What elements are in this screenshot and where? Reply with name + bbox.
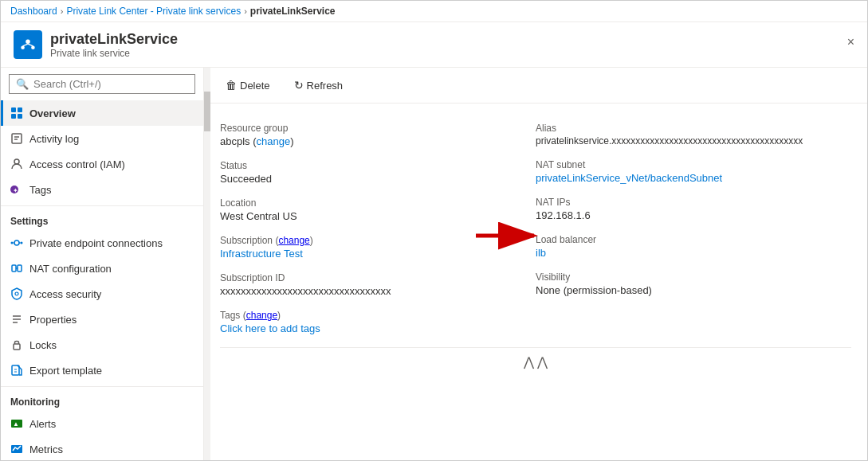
main-layout: 🔍 Overview — [1, 68, 867, 460]
visibility-section: Visibility None (permission-based) — [536, 265, 851, 303]
sidebar-item-access-control[interactable]: Access control (IAM) — [1, 151, 203, 177]
svg-rect-8 — [18, 114, 22, 119]
svg-point-1 — [21, 45, 25, 49]
tags-change-link[interactable]: change — [246, 310, 277, 321]
add-tags-link[interactable]: Click here to add tags — [220, 322, 320, 334]
delete-button[interactable]: 🗑 Delete — [217, 74, 279, 96]
svg-text:▲: ▲ — [13, 420, 19, 428]
svg-text:✦: ✦ — [13, 187, 18, 194]
delete-icon: 🗑 — [226, 79, 237, 92]
subscription-id-value: xxxxxxxxxxxxxxxxxxxxxxxxxxxxxxxxx — [220, 285, 523, 297]
resource-group-change-link[interactable]: change — [257, 135, 291, 147]
page-header: privateLinkService Private link service … — [1, 22, 867, 68]
sidebar-item-export-template[interactable]: Export template — [1, 357, 203, 383]
nat-ips-label: NAT IPs — [536, 197, 839, 208]
search-box[interactable]: 🔍 — [9, 74, 195, 94]
nat-icon — [10, 262, 23, 275]
nat-subnet-value: privateLinkService_vNet/backendSubnet — [536, 172, 839, 184]
breadcrumb-dashboard[interactable]: Dashboard — [10, 6, 57, 17]
app-container: Dashboard › Private Link Center - Privat… — [0, 0, 868, 461]
svg-point-12 — [14, 159, 19, 164]
sidebar-item-locks[interactable]: Locks — [1, 332, 203, 357]
endpoint-icon — [10, 236, 23, 249]
delete-label: Delete — [240, 80, 270, 92]
sidebar-item-private-endpoint[interactable]: Private endpoint connections — [1, 230, 203, 256]
iam-icon — [10, 158, 23, 170]
alias-label: Alias — [536, 123, 839, 134]
locks-icon — [10, 338, 23, 351]
svg-rect-6 — [18, 107, 22, 112]
nat-ips-section: NAT IPs 192.168.1.6 — [536, 190, 851, 228]
sidebar-item-tags[interactable]: ✦ Tags — [1, 177, 203, 202]
load-balancer-section: Load balancer ilb — [536, 228, 851, 265]
page-title: privateLinkService — [50, 31, 178, 48]
search-icon: 🔍 — [16, 78, 29, 90]
sidebar-item-label: Alerts — [29, 418, 56, 430]
sidebar-item-label: Tags — [29, 184, 51, 196]
sidebar-item-overview[interactable]: Overview — [1, 100, 203, 126]
load-balancer-label: Load balancer — [536, 234, 839, 245]
svg-rect-7 — [11, 114, 16, 119]
svg-rect-27 — [14, 344, 20, 350]
overview-icon — [10, 107, 23, 119]
collapse-button[interactable]: ⋀ ⋀ — [524, 354, 548, 369]
breadcrumb: Dashboard › Private Link Center - Privat… — [1, 1, 867, 22]
tags-add-link[interactable]: Click here to add tags — [220, 322, 523, 334]
svg-point-23 — [15, 292, 18, 295]
resource-group-section: Resource group abcpls (change) — [220, 116, 536, 154]
sidebar-item-nat-config[interactable]: NAT configuration — [1, 256, 203, 281]
nat-ips-value: 192.168.1.6 — [536, 209, 839, 221]
sidebar-item-label: Export template — [29, 365, 102, 377]
arrow-indicator — [472, 220, 544, 254]
svg-line-3 — [23, 44, 28, 46]
resource-group-label: Resource group — [220, 123, 523, 134]
svg-point-15 — [14, 240, 19, 245]
sidebar-item-label: Metrics — [29, 443, 63, 455]
search-input[interactable] — [33, 78, 188, 90]
alias-section: Alias privatelinkservice.xxxxxxxxxxxxxxx… — [536, 116, 851, 153]
svg-rect-5 — [11, 107, 16, 112]
sidebar-item-label: NAT configuration — [29, 263, 112, 275]
sidebar-wrapper: 🔍 Overview — [1, 68, 204, 460]
refresh-button[interactable]: ↻ Refresh — [285, 74, 352, 96]
info-grid: Resource group abcpls (change) Status Su… — [220, 116, 851, 341]
breadcrumb-private-link[interactable]: Private Link Center - Private link servi… — [66, 6, 241, 17]
svg-point-17 — [21, 242, 23, 244]
svg-rect-28 — [12, 365, 19, 375]
load-balancer-value: ilb — [536, 247, 839, 259]
settings-section-title: Settings — [1, 205, 203, 230]
refresh-label: Refresh — [307, 80, 344, 92]
sidebar: 🔍 Overview — [1, 68, 204, 460]
page-subtitle: Private link service — [50, 48, 178, 59]
subscription-link[interactable]: Infrastructure Test — [220, 248, 303, 260]
toolbar: 🗑 Delete ↻ Refresh — [204, 68, 867, 104]
right-column: Alias privatelinkservice.xxxxxxxxxxxxxxx… — [536, 116, 851, 341]
visibility-value: None (permission-based) — [536, 284, 839, 296]
nat-subnet-section: NAT subnet privateLinkService_vNet/backe… — [536, 153, 851, 190]
tags-section: Tags (change) Click here to add tags — [220, 303, 536, 341]
sidebar-item-metrics[interactable]: Metrics — [1, 436, 203, 460]
sidebar-scrollbar[interactable] — [204, 68, 210, 460]
close-button[interactable]: × — [844, 32, 858, 53]
sidebar-item-properties[interactable]: Properties — [1, 307, 203, 332]
sidebar-item-access-security[interactable]: Access security — [1, 281, 203, 307]
header-text: privateLinkService Private link service — [50, 31, 178, 59]
tags-icon: ✦ — [10, 183, 23, 196]
properties-icon — [10, 313, 23, 326]
nat-subnet-label: NAT subnet — [536, 159, 839, 170]
resource-group-value: abcpls (change) — [220, 135, 523, 147]
tags-label: Tags (change) — [220, 310, 523, 321]
subscription-change-link[interactable]: change — [278, 235, 309, 246]
sidebar-scrollbar-thumb — [204, 92, 210, 131]
content-area: Resource group abcpls (change) Status Su… — [204, 104, 867, 460]
visibility-label: Visibility — [536, 272, 839, 283]
monitoring-section-title: Monitoring — [1, 386, 203, 411]
activity-icon — [10, 132, 23, 145]
location-label: Location — [220, 197, 523, 209]
sidebar-item-activity-log[interactable]: Activity log — [1, 126, 203, 151]
svg-point-16 — [11, 242, 14, 244]
nat-subnet-link[interactable]: privateLinkService_vNet/backendSubnet — [536, 172, 722, 184]
sidebar-item-label: Access control (IAM) — [29, 158, 125, 170]
status-section: Status Succeeded — [220, 154, 536, 191]
sidebar-item-alerts[interactable]: ▲ Alerts — [1, 411, 203, 436]
